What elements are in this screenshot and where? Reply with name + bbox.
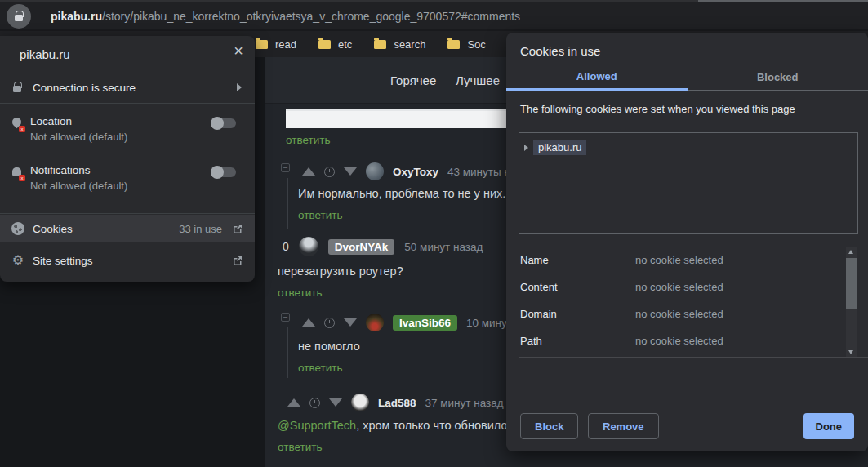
nav-best-link[interactable]: Лучшее [456, 73, 500, 87]
expand-caret-icon[interactable] [524, 145, 528, 151]
url-path: /story/pikabu_ne_korrektno_otkryivaetsya… [102, 10, 520, 23]
chevron-right-icon [237, 83, 242, 91]
lock-icon [13, 86, 21, 92]
popup-title: pikabu.ru [20, 47, 70, 61]
comment-rating: 0 [283, 240, 289, 253]
done-button[interactable]: Done [803, 413, 855, 439]
tab-allowed[interactable]: Allowed [506, 67, 688, 91]
scrollbar-thumb[interactable] [846, 258, 857, 309]
site-info-chip[interactable] [7, 4, 31, 29]
cookie-tree-item-pikabu[interactable]: pikabu.ru [524, 140, 852, 155]
bookmark-folder-search[interactable]: search [374, 38, 425, 51]
collapse-comment-button[interactable]: – [281, 313, 290, 322]
avatar[interactable] [299, 237, 318, 256]
bookmark-label: Soc [467, 38, 485, 51]
upvote-icon[interactable] [302, 167, 315, 176]
reply-link[interactable]: ответить [286, 134, 330, 146]
close-icon[interactable]: × [234, 42, 243, 59]
permission-status: Not allowed (default) [30, 131, 127, 143]
cookies-in-use-dialog: Cookies in use Allowed Blocked The follo… [506, 33, 868, 451]
comment-time: 50 минут назад [404, 241, 483, 253]
divider [0, 213, 255, 214]
url-host: pikabu.ru [51, 10, 102, 23]
field-label: Domain [520, 308, 635, 320]
downvote-icon[interactable] [344, 167, 357, 176]
avatar[interactable] [351, 394, 369, 411]
cookie-tree[interactable]: pikabu.ru [519, 132, 858, 234]
cookies-menu-item[interactable]: Cookies 33 in use [0, 215, 255, 242]
thread-line[interactable] [287, 178, 288, 229]
tab-blocked[interactable]: Blocked [688, 67, 868, 91]
cookie-icon [11, 222, 24, 235]
field-row-name: Name no cookie selected [520, 247, 840, 274]
divider [0, 103, 255, 104]
site-settings-label: Site settings [33, 255, 93, 267]
site-info-popup: pikabu.ru × Connection is secure x Locat… [0, 36, 255, 282]
comment-text: не помогло [298, 340, 360, 353]
reply-link[interactable]: ответить [298, 362, 342, 374]
folder-icon [318, 40, 331, 49]
block-button[interactable]: Block [520, 413, 578, 439]
comment-text: перезагрузить роутер? [278, 265, 403, 278]
comment-author-badge[interactable]: DvorNYAk [328, 239, 395, 255]
field-row-domain: Domain no cookie selected [520, 300, 840, 327]
field-value: no cookie selected [635, 254, 723, 266]
cookie-tree-item-label[interactable]: pikabu.ru [533, 140, 586, 155]
location-toggle[interactable] [211, 117, 237, 130]
dialog-tabs: Allowed Blocked [506, 67, 868, 91]
site-settings-menu-item[interactable]: ⚙ Site settings [0, 247, 255, 274]
field-row-path: Path no cookie selected [520, 327, 840, 354]
reply-link[interactable]: ответить [278, 287, 322, 299]
notifications-icon: x [11, 167, 24, 180]
permission-row-notifications: x Notifications Not allowed (default) [0, 163, 255, 202]
downvote-icon[interactable] [329, 398, 342, 407]
scroll-down-icon[interactable] [848, 350, 853, 354]
field-label: Content [520, 281, 635, 293]
gear-icon: ⚙ [11, 254, 24, 267]
lock-icon [15, 15, 23, 21]
scroll-up-icon[interactable] [848, 250, 853, 254]
comment-time: 37 минут назад [425, 397, 504, 409]
url-text[interactable]: pikabu.ru/story/pikabu_ne_korrektno_otkr… [51, 10, 520, 23]
avatar[interactable] [366, 314, 384, 331]
cookies-usage-count: 33 in use [179, 223, 222, 235]
external-link-icon [232, 255, 243, 266]
comment-author[interactable]: Lad588 [378, 397, 416, 409]
blocked-badge-icon: x [19, 126, 25, 132]
bookmark-folder-etc[interactable]: etc [318, 38, 352, 51]
downvote-icon[interactable] [344, 318, 357, 327]
bookmark-folder-soc[interactable]: Soc [447, 38, 485, 51]
comment-time-icon[interactable] [324, 318, 335, 328]
upvote-icon[interactable] [302, 318, 315, 327]
comment-author-badge[interactable]: IvanSib66 [393, 315, 457, 331]
permission-row-location: x Location Not allowed (default) [0, 114, 255, 153]
field-row-content: Content no cookie selected [520, 274, 840, 300]
cookie-detail-fields: Name no cookie selected Content no cooki… [520, 247, 840, 354]
comment-author[interactable]: OxyToxy [393, 166, 438, 178]
field-value: no cookie selected [635, 308, 723, 320]
field-value: no cookie selected [635, 281, 723, 293]
reply-link[interactable]: ответить [298, 209, 342, 221]
bookmark-folder-read[interactable]: read [256, 38, 296, 51]
reply-link[interactable]: ответить [278, 441, 322, 453]
connection-secure-row[interactable]: Connection is secure [0, 72, 255, 103]
comment-time-icon[interactable] [324, 167, 335, 177]
permission-status: Not allowed (default) [30, 180, 127, 192]
scrollbar[interactable] [846, 247, 857, 357]
thread-line[interactable] [287, 327, 288, 378]
connection-secure-label: Connection is secure [33, 82, 136, 94]
comment-time-icon[interactable] [309, 398, 320, 408]
dialog-description: The following cookies were set when you … [520, 103, 795, 115]
mention-link[interactable]: @SupportTech [278, 419, 356, 432]
cookies-label: Cookies [33, 223, 73, 235]
nav-hot-link[interactable]: Горячее [390, 73, 436, 87]
upvote-icon[interactable] [287, 398, 300, 407]
blocked-badge-icon: x [19, 175, 25, 181]
folder-icon [447, 40, 460, 49]
notifications-toggle[interactable] [211, 166, 237, 179]
collapse-comment-button[interactable]: – [281, 163, 290, 172]
divider [519, 357, 868, 358]
address-bar[interactable]: pikabu.ru/story/pikabu_ne_korrektno_otkr… [0, 2, 868, 29]
avatar[interactable] [366, 162, 384, 180]
remove-button[interactable]: Remove [588, 413, 659, 439]
